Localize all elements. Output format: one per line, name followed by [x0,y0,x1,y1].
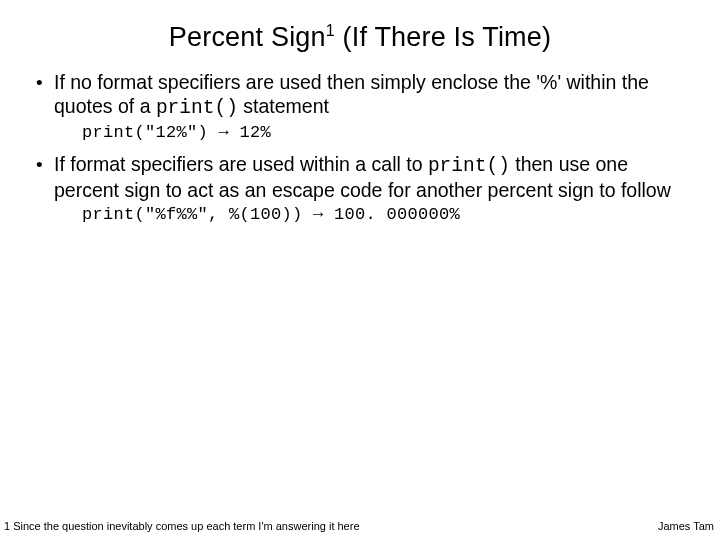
inline-code: print() [428,155,510,177]
title-pre: Percent Sign [169,22,326,52]
bullet-item: If format specifiers are used within a c… [34,153,690,225]
bullet-text: If no format specifiers are used then si… [54,71,649,117]
bullet-text: statement [238,95,329,117]
code-example: print("12%") → 12% [82,123,690,144]
slide-title: Percent Sign1 (If There Is Time) [30,22,690,53]
bullet-item: If no format specifiers are used then si… [34,71,690,143]
author-credit: James Tam [658,520,714,532]
title-post: (If There Is Time) [335,22,551,52]
code-example: print("%f%%", %(100)) → 100. 000000% [82,205,690,226]
slide: Percent Sign1 (If There Is Time) If no f… [0,0,720,540]
title-superscript: 1 [326,22,335,39]
inline-code: print() [156,97,238,119]
footnote: 1 Since the question inevitably comes up… [4,520,360,532]
bullet-text: If format specifiers are used within a c… [54,153,428,175]
bullet-list: If no format specifiers are used then si… [30,71,690,226]
